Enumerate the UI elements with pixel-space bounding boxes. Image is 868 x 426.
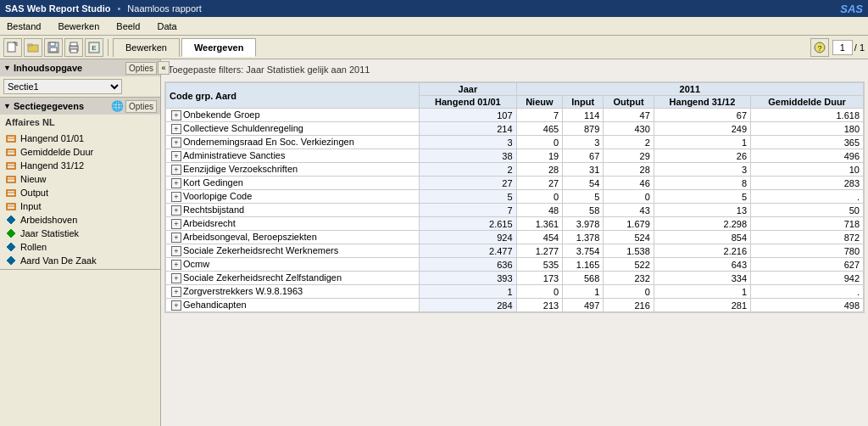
svg-rect-5 xyxy=(50,42,55,46)
row-label-7: +Rechtsbijstand xyxy=(166,204,420,217)
row-0-output: 47 xyxy=(604,109,654,122)
sectiegegevens-header: ▼ Sectiegegevens 🌐 Opties xyxy=(0,98,160,115)
field-gemiddelde-duur[interactable]: Gemiddelde Duur xyxy=(5,145,155,159)
measure-icon-input xyxy=(5,200,17,212)
sidebar-section-sectiegegevens: ▼ Sectiegegevens 🌐 Opties Affaires NL Ha… xyxy=(0,98,160,270)
open-button[interactable] xyxy=(24,38,42,57)
row-2-gemDuur: 365 xyxy=(751,136,864,149)
row-3-h0101: 38 xyxy=(420,149,516,163)
print-button[interactable] xyxy=(64,38,83,57)
svg-rect-20 xyxy=(7,177,15,182)
tab-bewerken[interactable]: Bewerken xyxy=(113,38,180,57)
sidebar-section-inhoudsopgave: ▼ Inhoudsopgave Opties Sectie1 xyxy=(0,59,160,98)
field-arbeidshoven[interactable]: Arbeidshoven xyxy=(5,213,155,227)
menu-bestand[interactable]: Bestand xyxy=(3,20,44,33)
field-hangend-3112[interactable]: Hangend 31/12 xyxy=(5,159,155,172)
table-body: +Onbekende Groep107711447671.618+Collect… xyxy=(166,109,864,312)
inhoudsopgave-title: ▼ Inhoudsopgave xyxy=(3,63,82,73)
expand-icon-1[interactable]: + xyxy=(171,124,181,134)
toolbar-separator-1 xyxy=(108,39,108,56)
export-button[interactable]: E xyxy=(85,38,103,57)
expand-icon-4[interactable]: + xyxy=(171,165,181,175)
field-input[interactable]: Input xyxy=(5,199,155,213)
expand-icon-10[interactable]: + xyxy=(171,246,181,256)
row-2-nieuw: 0 xyxy=(516,136,563,149)
field-nieuw[interactable]: Nieuw xyxy=(5,172,155,186)
row-12-gemDuur: 942 xyxy=(751,272,864,285)
row-7-h3112: 13 xyxy=(654,204,750,217)
field-label-hangend3112: Hangend 31/12 xyxy=(20,160,84,171)
sectiegegevens-title: ▼ Sectiegegevens xyxy=(3,101,84,111)
expand-icon-6[interactable]: + xyxy=(171,192,181,202)
field-rollen[interactable]: Rollen xyxy=(5,240,155,254)
title-bar: SAS Web Report Studio • Naamloos rapport… xyxy=(0,0,868,17)
col-subheader-h3112: Hangend 31/12 xyxy=(654,96,750,109)
row-label-13: +Zorgverstrekkers W.9.8.1963 xyxy=(166,285,420,299)
field-output[interactable]: Output xyxy=(5,186,155,199)
menu-beeld[interactable]: Beeld xyxy=(113,20,143,33)
sectiegegevens-options-button[interactable]: Opties xyxy=(125,100,157,113)
expand-icon-13[interactable]: + xyxy=(171,287,181,297)
row-1-output: 430 xyxy=(604,122,654,136)
help-button[interactable]: ? xyxy=(810,38,829,57)
content-area: Toegepaste filters: Jaar Statistiek geli… xyxy=(161,59,868,426)
row-13-nieuw: 0 xyxy=(516,285,563,299)
row-8-output: 1.679 xyxy=(604,217,654,231)
row-11-h3112: 643 xyxy=(654,258,750,272)
expand-icon-0[interactable]: + xyxy=(171,110,181,121)
expand-icon-12[interactable]: + xyxy=(171,273,181,283)
field-label-jaar: Jaar Statistiek xyxy=(20,228,79,238)
tab-weergeven[interactable]: Weergeven xyxy=(181,38,257,57)
dimension-icon-arbeidshoven xyxy=(5,214,17,226)
svg-rect-6 xyxy=(50,48,57,52)
row-label-0: +Onbekende Groep xyxy=(166,109,420,122)
row-0-gemDuur: 1.618 xyxy=(751,109,864,122)
svg-rect-22 xyxy=(7,190,15,196)
table-row: +Onbekende Groep107711447671.618 xyxy=(166,109,864,122)
expand-icon-9[interactable]: + xyxy=(171,233,181,243)
row-14-input: 497 xyxy=(563,299,604,312)
sectiegegevens-icons: 🌐 Opties xyxy=(111,100,157,113)
sidebar-collapse-button[interactable]: « xyxy=(158,61,161,75)
new-button[interactable] xyxy=(3,38,22,57)
inhoudsopgave-header: ▼ Inhoudsopgave Opties xyxy=(0,59,160,76)
svg-rect-24 xyxy=(7,204,15,210)
field-jaar-statistiek[interactable]: Jaar Statistiek xyxy=(5,227,155,240)
expand-icon-2[interactable]: + xyxy=(171,137,181,148)
measure-icon-hangend3112 xyxy=(5,160,17,171)
row-3-gemDuur: 496 xyxy=(751,149,864,163)
menu-bewerken[interactable]: Bewerken xyxy=(54,20,103,33)
table-row: +Sociale Zekerheidsrecht Zelfstandigen39… xyxy=(166,272,864,285)
field-hangend-0101[interactable]: Hangend 01/01 xyxy=(5,132,155,145)
field-aard-van-de-zaak[interactable]: Aard Van De Zaak xyxy=(5,254,155,267)
toolbar: E Bewerken Weergeven ? / 1 xyxy=(0,36,868,59)
filter-icon-jaar xyxy=(5,227,17,239)
expand-icon-3[interactable]: + xyxy=(171,151,181,161)
row-5-output: 46 xyxy=(604,177,654,190)
expand-icon-5[interactable]: + xyxy=(171,178,181,188)
page-nav: / 1 xyxy=(832,40,865,55)
expand-icon-7[interactable]: + xyxy=(171,205,181,216)
sidebar: « ▼ Inhoudsopgave Opties Sectie1 ▼ xyxy=(0,59,161,426)
row-8-h3112: 2.298 xyxy=(654,217,750,231)
menu-bar: Bestand Bewerken Beeld Data xyxy=(0,17,868,36)
row-6-nieuw: 0 xyxy=(516,190,563,204)
globe-icon[interactable]: 🌐 xyxy=(111,100,124,113)
menu-data[interactable]: Data xyxy=(153,20,180,33)
expand-icon-11[interactable]: + xyxy=(171,260,181,270)
row-label-2: +Ondernemingsraad En Soc. Verkiezingen xyxy=(166,136,420,149)
row-5-gemDuur: 283 xyxy=(751,177,864,190)
expand-icon-14[interactable]: + xyxy=(171,300,181,311)
sectie-dropdown[interactable]: Sectie1 xyxy=(3,79,122,94)
save-button[interactable] xyxy=(44,38,63,57)
col-subheader-input: Input xyxy=(563,96,604,109)
row-4-nieuw: 28 xyxy=(516,163,563,177)
row-6-h3112: 5 xyxy=(654,190,750,204)
page-number-input[interactable] xyxy=(832,40,853,55)
svg-text:E: E xyxy=(92,44,96,52)
row-label-4: +Eenzijdige Verzoekschriften xyxy=(166,163,420,177)
measure-icon-nieuw xyxy=(5,173,17,185)
row-5-input: 54 xyxy=(563,177,604,190)
inhoudsopgave-options-button[interactable]: Opties xyxy=(125,62,157,75)
expand-icon-8[interactable]: + xyxy=(171,219,181,229)
